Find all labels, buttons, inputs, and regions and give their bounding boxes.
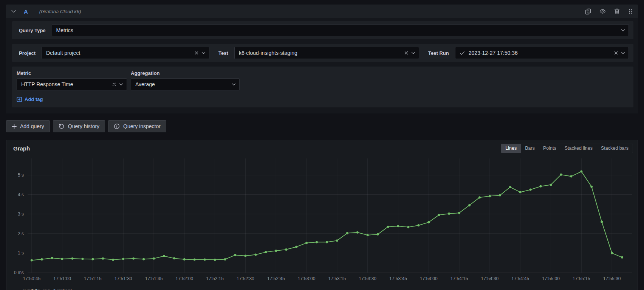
svg-text:17:53:15: 17:53:15 <box>328 276 346 281</box>
query-history-label: Query history <box>68 123 99 129</box>
metric-row: Metric HTTP Response Time Aggregation <box>12 67 633 107</box>
chevron-down-icon[interactable] <box>411 52 415 54</box>
chevron-down-icon[interactable] <box>201 52 206 54</box>
panel-title: Graph <box>13 145 30 152</box>
graph-panel: Graph Lines Bars Points Stacked lines St… <box>6 140 638 290</box>
view-mode-points[interactable]: Points <box>539 144 560 153</box>
query-type-value: Metrics <box>56 27 617 33</box>
svg-text:0 ms: 0 ms <box>14 270 24 275</box>
svg-text:17:54:00: 17:54:00 <box>420 276 438 281</box>
svg-text:17:54:45: 17:54:45 <box>511 276 529 281</box>
clear-icon[interactable] <box>404 51 408 55</box>
check-icon <box>460 51 465 55</box>
svg-text:4 s: 4 s <box>18 192 24 197</box>
eye-icon[interactable] <box>599 8 606 14</box>
test-value: k6-cloud-insights-staging <box>239 50 401 56</box>
svg-text:17:51:00: 17:51:00 <box>53 276 71 281</box>
svg-text:17:55:00: 17:55:00 <box>542 276 560 281</box>
test-run-field: Test Run 2023-12-27 17:50:36 <box>426 47 629 59</box>
view-mode-stacked-bars[interactable]: Stacked bars <box>597 144 633 153</box>
metric-label: Metric <box>17 70 127 76</box>
project-label: Project <box>19 50 36 56</box>
clear-icon[interactable] <box>614 51 618 55</box>
metric-value: HTTP Response Time <box>21 81 108 87</box>
trash-icon[interactable] <box>614 8 620 14</box>
view-mode-lines[interactable]: Lines <box>501 144 521 153</box>
svg-text:17:55:15: 17:55:15 <box>573 276 590 281</box>
query-history-button[interactable]: Query history <box>53 120 105 132</box>
query-header-actions <box>585 8 633 15</box>
query-type-label: Query Type <box>19 28 46 33</box>
add-tag-button[interactable]: Add tag <box>17 96 43 102</box>
add-tag-label: Add tag <box>25 96 43 102</box>
chevron-down-icon[interactable] <box>621 52 625 54</box>
svg-text:17:51:30: 17:51:30 <box>115 276 132 281</box>
clear-icon[interactable] <box>195 51 198 55</box>
query-inspector-button[interactable]: Query inspector <box>108 120 166 132</box>
metric-select[interactable]: HTTP Response Time <box>17 78 127 90</box>
svg-text:17:54:15: 17:54:15 <box>450 276 468 281</box>
chevron-down-icon[interactable] <box>119 83 123 86</box>
svg-text:17:53:00: 17:53:00 <box>298 276 316 281</box>
test-run-value: 2023-12-27 17:50:36 <box>469 50 610 56</box>
view-mode-bars[interactable]: Bars <box>521 144 539 153</box>
test-field: Test k6-cloud-insights-staging <box>216 47 419 59</box>
svg-text:17:53:45: 17:53:45 <box>389 276 407 281</box>
svg-text:17:55:30: 17:55:30 <box>603 276 621 281</box>
duplicate-icon[interactable] <box>585 8 591 15</box>
legend-series-label: avg(http_req_duration) <box>22 288 72 290</box>
time-series-chart[interactable]: 0 ms1 s2 s3 s4 s5 s17:50:4517:51:0017:51… <box>9 154 635 287</box>
query-editor-body: Query Type Metrics Project Default proje… <box>6 18 638 113</box>
chevron-down-icon[interactable] <box>232 83 236 86</box>
project-field: Project Default project <box>17 47 209 59</box>
project-value: Default project <box>46 50 191 56</box>
svg-text:5 s: 5 s <box>18 172 24 178</box>
query-header: A (Grafana Cloud k6) <box>6 5 638 18</box>
svg-text:17:52:45: 17:52:45 <box>267 276 285 281</box>
query-ref-id[interactable]: A <box>24 8 28 15</box>
svg-text:17:54:30: 17:54:30 <box>481 276 499 281</box>
page: A (Grafana Cloud k6) Qu <box>0 0 644 290</box>
add-query-button[interactable]: Add query <box>6 120 50 132</box>
metric-field: Metric HTTP Response Time <box>17 70 127 90</box>
add-query-label: Add query <box>20 123 44 129</box>
test-run-label: Test Run <box>428 50 449 56</box>
collapse-chevron-icon[interactable] <box>11 10 16 13</box>
svg-text:17:53:30: 17:53:30 <box>359 276 376 281</box>
test-label: Test <box>218 50 228 56</box>
view-mode-tabs: Lines Bars Points Stacked lines Stacked … <box>501 144 633 153</box>
svg-text:1 s: 1 s <box>18 250 24 256</box>
history-icon <box>59 123 65 129</box>
query-type-row: Query Type Metrics <box>12 21 633 39</box>
svg-text:17:52:15: 17:52:15 <box>206 276 224 281</box>
drag-handle-icon[interactable] <box>628 8 633 14</box>
svg-text:17:51:15: 17:51:15 <box>84 276 102 281</box>
legend-item[interactable]: avg(http_req_duration) <box>9 287 72 290</box>
svg-text:17:52:00: 17:52:00 <box>175 276 193 281</box>
aggregation-select[interactable]: Average <box>131 78 240 90</box>
svg-text:2 s: 2 s <box>18 231 24 236</box>
project-test-row: Project Default project Test k6-cloud-in… <box>12 44 633 62</box>
query-toolbar: Add query Query history Query inspector <box>6 120 638 132</box>
query-inspector-label: Query inspector <box>123 123 161 129</box>
test-run-select[interactable]: 2023-12-27 17:50:36 <box>455 47 629 59</box>
aggregation-label: Aggregation <box>131 70 240 76</box>
graph-panel-header: Graph Lines Bars Points Stacked lines St… <box>9 143 635 154</box>
svg-text:17:50:45: 17:50:45 <box>23 276 40 281</box>
svg-text:17:52:30: 17:52:30 <box>237 276 254 281</box>
plus-square-icon <box>17 97 22 102</box>
info-circle-icon <box>114 123 120 129</box>
plus-icon <box>12 124 17 129</box>
aggregation-field: Aggregation Average <box>131 70 240 90</box>
project-select[interactable]: Default project <box>42 47 209 59</box>
svg-text:17:51:45: 17:51:45 <box>145 276 163 281</box>
chevron-down-icon[interactable] <box>621 29 625 32</box>
query-type-select[interactable]: Metrics <box>52 24 629 36</box>
view-mode-stacked-lines[interactable]: Stacked lines <box>560 144 597 153</box>
svg-text:3 s: 3 s <box>18 211 24 217</box>
query-editor-row: A (Grafana Cloud k6) Qu <box>6 5 638 132</box>
test-select[interactable]: k6-cloud-insights-staging <box>234 47 419 59</box>
aggregation-value: Average <box>135 81 228 87</box>
clear-icon[interactable] <box>112 82 116 86</box>
datasource-name: (Grafana Cloud k6) <box>39 9 81 14</box>
